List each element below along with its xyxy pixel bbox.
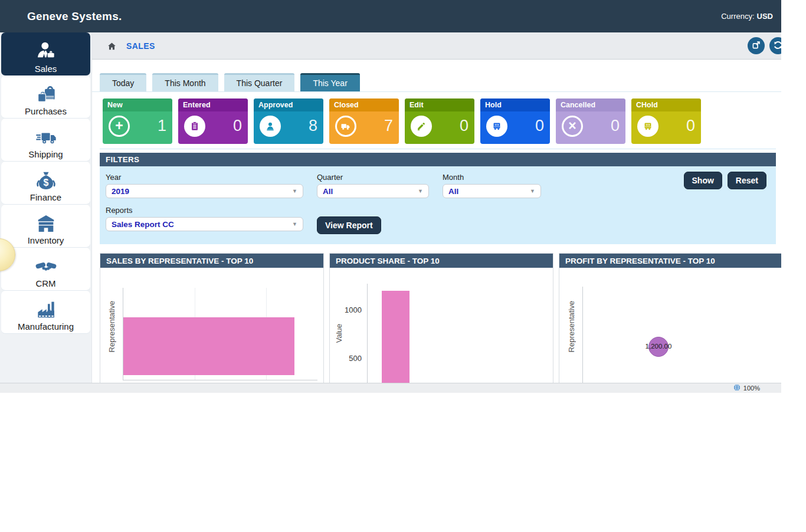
status-card-edit[interactable]: Edit 0: [405, 98, 474, 144]
product-share-chart: PRODUCT SHARE - TOP 10 Value 5001000: [329, 253, 553, 390]
quarter-dropdown[interactable]: All ▼: [317, 184, 429, 198]
tab-this-month[interactable]: This Month: [152, 73, 218, 91]
chevron-down-icon: ▼: [292, 188, 297, 194]
app-title: Geneve Systems.: [27, 10, 122, 23]
status-card-value: 0: [233, 117, 242, 135]
y-axis-line: [582, 287, 583, 385]
sidebar-item-inventory[interactable]: Inventory: [1, 205, 90, 248]
chart-title: PRODUCT SHARE - TOP 10: [330, 254, 553, 268]
status-card-label: Approved: [254, 98, 323, 111]
status-card-approved[interactable]: Approved 8: [254, 98, 323, 144]
filters-title: FILTERS: [100, 153, 776, 166]
month-value: All: [448, 187, 458, 196]
sales-by-rep-plot: [123, 288, 317, 380]
quarter-value: All: [323, 187, 333, 196]
shopping-bags-icon: [34, 83, 58, 106]
breadcrumb-bar: SALES: [92, 32, 781, 60]
status-card-chold[interactable]: CHold 0: [631, 98, 701, 144]
status-cards-row: New + 1 Entered 0 App: [103, 98, 781, 144]
bar[interactable]: [382, 291, 409, 390]
sidebar-nav: Sales Purchases Shipping $ Finance: [0, 32, 91, 393]
delivery-truck-icon: [335, 116, 356, 137]
salesperson-icon: [34, 40, 58, 64]
status-card-value: 0: [535, 117, 544, 135]
refresh-icon: [773, 40, 781, 52]
warehouse-icon: [34, 212, 58, 235]
y-axis-label: Representative: [107, 301, 116, 352]
divider: [100, 149, 776, 149]
chevron-down-icon: ▼: [418, 188, 423, 194]
bar[interactable]: [123, 317, 294, 375]
status-card-label: Hold: [480, 98, 550, 111]
sidebar-item-purchases[interactable]: Purchases: [1, 75, 90, 119]
year-label: Year: [106, 173, 303, 182]
money-bag-icon: $: [34, 169, 58, 192]
tab-today[interactable]: Today: [100, 73, 146, 91]
y-axis-tick: 1000: [337, 306, 362, 314]
tab-this-quarter[interactable]: This Quarter: [224, 73, 295, 91]
charts-row: SALES BY REPRESENTATIVE - TOP 10 Represe…: [100, 253, 781, 390]
view-report-button[interactable]: View Report: [317, 216, 381, 234]
app-header: Geneve Systems. Currency:USD: [0, 0, 781, 32]
y-axis-line: [367, 284, 368, 390]
status-card-value: 1: [158, 117, 166, 135]
svg-text:$: $: [43, 178, 48, 188]
sidebar-item-label: Inventory: [28, 235, 64, 245]
sidebar-item-manufacturing[interactable]: Manufacturing: [1, 291, 90, 334]
status-card-value: 0: [460, 117, 468, 135]
status-card-hold[interactable]: Hold 0: [480, 98, 550, 144]
currency-value: USD: [757, 12, 773, 21]
status-card-closed[interactable]: Closed 7: [329, 98, 399, 144]
product-share-body: Value 5001000: [330, 268, 553, 390]
status-card-cancelled[interactable]: Cancelled × 0: [556, 98, 625, 144]
status-card-label: Edit: [405, 98, 474, 111]
x-icon: ×: [562, 116, 583, 137]
chevron-down-icon: ▼: [292, 221, 297, 227]
tab-this-year[interactable]: This Year: [300, 73, 359, 91]
reports-dropdown[interactable]: Sales Report CC ▼: [106, 217, 303, 231]
handshake-icon: [34, 255, 58, 278]
reports-label: Reports: [106, 206, 303, 215]
home-icon[interactable]: [107, 41, 117, 51]
open-in-new-icon: [751, 40, 761, 52]
reports-value: Sales Report CC: [112, 220, 174, 229]
status-card-value: 0: [686, 117, 695, 135]
profit-bubble-label: 1,200.00: [624, 343, 693, 350]
delivery-truck-icon: [34, 126, 58, 149]
status-card-value: 7: [384, 117, 393, 135]
status-card-new[interactable]: New + 1: [103, 98, 172, 144]
status-card-label: Entered: [178, 98, 248, 111]
sidebar-item-label: Finance: [30, 192, 61, 202]
quarter-label: Quarter: [317, 173, 429, 182]
status-card-label: Cancelled: [556, 98, 625, 111]
approver-stamp-icon: [260, 116, 281, 137]
show-button[interactable]: Show: [684, 172, 722, 189]
zoom-level[interactable]: 100%: [743, 385, 760, 392]
sidebar-item-sales[interactable]: Sales: [1, 32, 90, 75]
sidebar-item-label: CRM: [35, 278, 55, 288]
chart-title: SALES BY REPRESENTATIVE - TOP 10: [100, 254, 323, 268]
sidebar-item-finance[interactable]: $ Finance: [1, 162, 90, 205]
truck-front-icon: [486, 116, 507, 137]
open-report-button[interactable]: [748, 37, 765, 54]
sidebar-item-shipping[interactable]: Shipping: [1, 119, 90, 162]
reset-button[interactable]: Reset: [728, 172, 766, 189]
status-card-label: CHold: [631, 98, 701, 111]
status-card-entered[interactable]: Entered 0: [178, 98, 248, 144]
clipboard-icon: [184, 116, 205, 137]
refresh-button[interactable]: [769, 37, 781, 54]
page-title: SALES: [126, 41, 155, 51]
chart-title: PROFIT BY REPRESENTATIVE - TOP 10: [559, 254, 781, 268]
plus-icon: +: [109, 116, 130, 137]
zoom-globe-icon[interactable]: [733, 383, 743, 393]
sales-by-rep-chart: SALES BY REPRESENTATIVE - TOP 10 Represe…: [100, 253, 324, 390]
profit-by-rep-chart: PROFIT BY REPRESENTATIVE - TOP 10 Repres…: [559, 253, 781, 390]
month-dropdown[interactable]: All ▼: [443, 184, 541, 198]
sidebar-item-label: Purchases: [25, 106, 67, 116]
year-dropdown[interactable]: 2019 ▼: [106, 184, 303, 198]
currency-indicator: Currency:USD: [721, 12, 773, 21]
chevron-down-icon: ▼: [530, 188, 535, 194]
status-card-label: Closed: [329, 98, 399, 111]
year-value: 2019: [112, 187, 129, 196]
truck-front-icon: [637, 116, 658, 137]
